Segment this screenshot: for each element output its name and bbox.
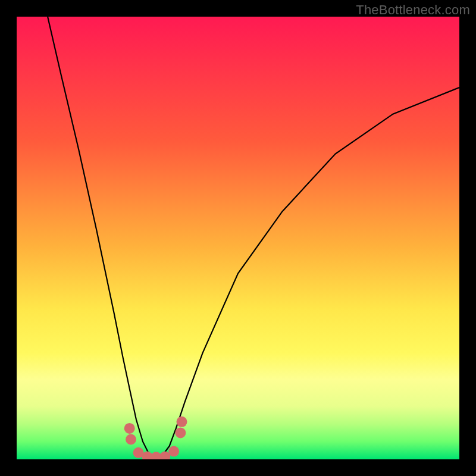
- marker-dot: [124, 423, 135, 434]
- plot-area: [17, 17, 459, 459]
- marker-dot: [175, 427, 186, 438]
- watermark-text: TheBottleneck.com: [356, 2, 470, 18]
- chart-frame: TheBottleneck.com: [0, 0, 476, 476]
- marker-dot: [168, 446, 179, 457]
- marker-dot: [126, 434, 136, 445]
- marker-dot: [177, 416, 187, 427]
- bottleneck-curve: [48, 17, 459, 457]
- highlight-markers: [124, 416, 187, 459]
- curve-layer: [17, 17, 459, 459]
